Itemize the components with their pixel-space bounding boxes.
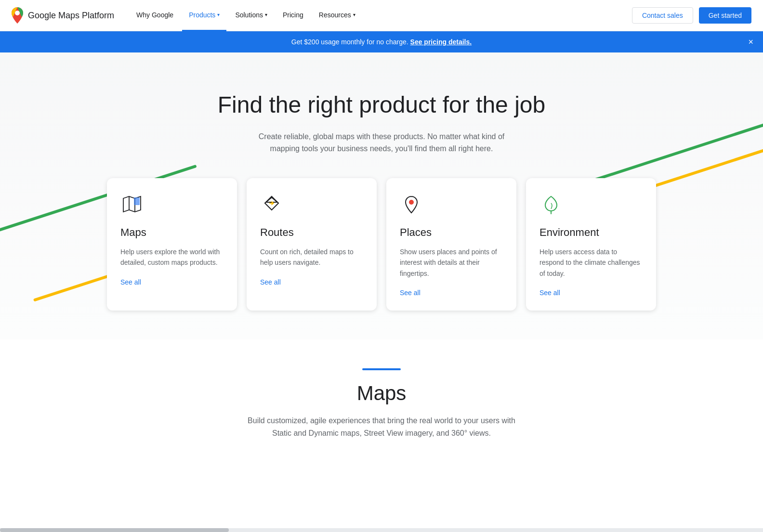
- maps-section-title: Maps: [357, 382, 407, 405]
- solutions-chevron-icon: ▾: [265, 12, 267, 17]
- banner-close-button[interactable]: ×: [748, 38, 753, 46]
- maps-section: Maps Build customized, agile experiences…: [0, 339, 763, 458]
- environment-card: Environment Help users access data to re…: [526, 178, 656, 311]
- hero-title: Find the right product for the job: [218, 91, 545, 119]
- nav-links: Why Google Products ▾ Solutions ▾ Pricin…: [130, 0, 632, 31]
- places-card-title: Places: [400, 226, 503, 239]
- banner-text: Get $200 usage monthly for no charge. Se…: [291, 38, 472, 46]
- svg-point-2: [409, 200, 414, 205]
- routes-card: Routes Count on rich, detailed maps to h…: [247, 178, 377, 311]
- nav-actions: Contact sales Get started: [632, 7, 751, 24]
- hero-section: Find the right product for the job Creat…: [0, 52, 763, 339]
- svg-rect-1: [134, 197, 140, 205]
- maps-card: Maps Help users explore the world with d…: [107, 178, 237, 311]
- nav-why-google[interactable]: Why Google: [130, 0, 180, 31]
- routes-card-description: Count on rich, detailed maps to help use…: [260, 247, 363, 268]
- maps-card-title: Maps: [120, 226, 224, 239]
- environment-icon: [539, 194, 563, 217]
- hero-subtitle: Create reliable, global maps with these …: [251, 130, 512, 155]
- maps-card-description: Help users explore the world with detail…: [120, 247, 224, 268]
- logo-link[interactable]: Google Maps Platform: [12, 7, 114, 24]
- section-divider: [362, 368, 401, 370]
- resources-chevron-icon: ▾: [353, 12, 355, 17]
- promo-banner: Get $200 usage monthly for no charge. Se…: [0, 31, 763, 52]
- nav-solutions[interactable]: Solutions ▾: [228, 0, 274, 31]
- nav-resources[interactable]: Resources ▾: [312, 0, 362, 31]
- places-card: Places Show users places and points of i…: [386, 178, 516, 311]
- products-chevron-icon: ▾: [217, 12, 220, 17]
- nav-products[interactable]: Products ▾: [182, 0, 226, 31]
- environment-card-title: Environment: [539, 226, 643, 239]
- logo-text: Google Maps Platform: [28, 11, 114, 21]
- svg-point-0: [15, 11, 20, 15]
- navbar: Google Maps Platform Why Google Products…: [0, 0, 763, 31]
- environment-see-all-link[interactable]: See all: [539, 289, 560, 297]
- google-maps-logo-icon: [12, 7, 23, 24]
- pricing-details-link[interactable]: See pricing details.: [410, 38, 472, 46]
- product-cards-row: Maps Help users explore the world with d…: [102, 178, 661, 311]
- maps-section-description: Build customized, agile experiences that…: [237, 415, 526, 439]
- routes-see-all-link[interactable]: See all: [260, 278, 281, 286]
- nav-pricing[interactable]: Pricing: [276, 0, 310, 31]
- places-see-all-link[interactable]: See all: [400, 289, 421, 297]
- environment-card-description: Help users access data to respond to the…: [539, 247, 643, 279]
- get-started-button[interactable]: Get started: [699, 7, 751, 24]
- maps-see-all-link[interactable]: See all: [120, 278, 141, 286]
- places-icon: [400, 194, 423, 217]
- places-card-description: Show users places and points of interest…: [400, 247, 503, 279]
- map-icon: [120, 194, 144, 217]
- routes-icon: [260, 194, 283, 217]
- contact-sales-button[interactable]: Contact sales: [632, 7, 693, 24]
- routes-card-title: Routes: [260, 226, 363, 239]
